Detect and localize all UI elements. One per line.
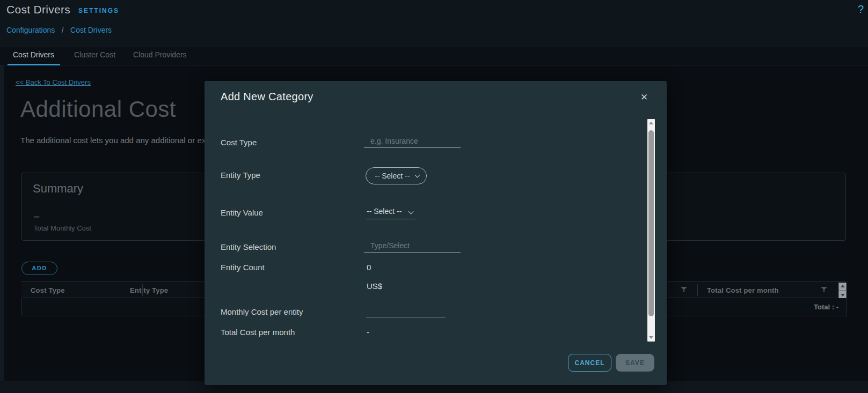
breadcrumb: Configurations / Cost Drivers xyxy=(6,25,112,35)
scrollbar-thumb[interactable] xyxy=(648,130,654,316)
filter-icon[interactable] xyxy=(821,286,827,292)
breadcrumb-configurations[interactable]: Configurations xyxy=(6,26,55,34)
column-header-cost-type: Cost Type xyxy=(31,286,65,294)
tab-cluster-cost[interactable]: Cluster Cost xyxy=(74,50,115,59)
close-icon[interactable]: ✕ xyxy=(640,93,648,102)
total-cost-label: Total Cost per month xyxy=(221,328,295,337)
column-divider xyxy=(697,284,698,296)
scroll-up-icon[interactable] xyxy=(649,122,653,124)
tab-cost-drivers[interactable]: Cost Drivers xyxy=(13,50,54,59)
total-cost-value: - xyxy=(367,328,369,337)
entity-selection-label: Entity Selection xyxy=(221,242,276,251)
add-new-category-modal: Add New Category ✕ Cost Type Entity Type… xyxy=(205,81,667,385)
total-monthly-cost-label: Total Monthly Cost xyxy=(34,224,91,232)
entity-count-label: Entity Count xyxy=(221,263,265,272)
save-button[interactable]: SAVE xyxy=(616,354,654,372)
column-header-entity-type: Entity Type xyxy=(130,286,168,294)
summary-card-title: Summary xyxy=(33,182,83,196)
entity-type-select-value: -- Select -- xyxy=(375,172,410,180)
total-monthly-cost-value: – xyxy=(34,211,39,222)
tab-cloud-providers[interactable]: Cloud Providers xyxy=(133,50,187,59)
entity-type-label: Entity Type xyxy=(221,170,260,180)
cost-type-input[interactable] xyxy=(364,135,461,148)
add-button[interactable]: ADD xyxy=(21,262,57,275)
breadcrumb-separator: / xyxy=(62,26,64,34)
entity-type-select[interactable]: -- Select -- xyxy=(366,167,427,184)
entity-value-select[interactable]: -- Select -- xyxy=(366,205,415,219)
table-scrollbar[interactable] xyxy=(838,283,847,299)
monthly-cost-label: Monthly Cost per entity xyxy=(221,307,303,316)
left-edge-strip xyxy=(0,65,4,393)
back-to-cost-drivers-link[interactable]: << Back To Cost Drivers xyxy=(16,78,91,86)
entity-selection-input[interactable] xyxy=(364,240,461,253)
page-title: Cost Drivers xyxy=(6,3,70,16)
column-header-total-cost-per-month: Total Cost per month xyxy=(707,286,779,294)
entity-count-value: 0 xyxy=(367,263,371,272)
additional-cost-description: The additional cost lets you add any add… xyxy=(20,136,206,145)
scroll-up-icon[interactable] xyxy=(841,285,845,287)
entity-value-label: Entity Value xyxy=(221,208,263,217)
table-total-value: Total : - xyxy=(814,303,838,311)
settings-link[interactable]: SETTINGS xyxy=(78,7,119,14)
help-icon[interactable]: ? xyxy=(858,3,864,16)
scroll-down-icon[interactable] xyxy=(649,336,653,339)
chevron-down-icon xyxy=(409,209,414,214)
currency-label: US$ xyxy=(367,281,382,291)
filter-icon[interactable] xyxy=(681,286,687,292)
tab-bar: Cost Drivers Cluster Cost Cloud Provider… xyxy=(0,47,868,65)
modal-title: Add New Category xyxy=(221,91,313,103)
additional-cost-heading: Additional Cost xyxy=(20,97,176,122)
entity-value-select-value: -- Select -- xyxy=(367,207,402,216)
chevron-down-icon xyxy=(415,173,420,178)
cost-type-label: Cost Type xyxy=(221,138,257,147)
cancel-button[interactable]: CANCEL xyxy=(568,354,611,372)
active-tab-underline xyxy=(8,64,60,65)
app-header: Cost Drivers SETTINGS ? Configurations /… xyxy=(0,0,868,47)
modal-scrollbar[interactable] xyxy=(647,119,655,342)
monthly-cost-input[interactable] xyxy=(366,305,446,317)
scroll-down-icon[interactable] xyxy=(841,294,845,296)
column-divider xyxy=(142,284,143,296)
breadcrumb-cost-drivers[interactable]: Cost Drivers xyxy=(70,26,112,34)
screen: Cost Drivers SETTINGS ? Configurations /… xyxy=(0,0,868,393)
